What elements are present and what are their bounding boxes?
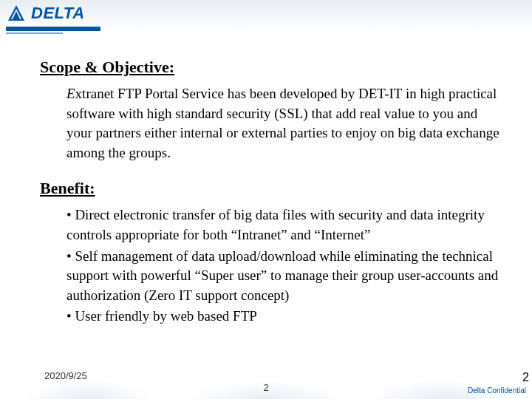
benefit-list: • Direct electronic transfer of big data… (66, 205, 502, 327)
slide: DELTA Scope & Objective: Extranet FTP Po… (0, 0, 532, 399)
footer-page-right: 2 (522, 371, 529, 384)
list-item: • User friendly by web based FTP (66, 307, 502, 327)
scope-rest: xtranet FTP Portal Service has been deve… (66, 86, 499, 160)
list-item: • Self management of data upload/downloa… (66, 247, 502, 306)
footer-date: 2020/9/25 (44, 370, 87, 381)
delta-triangle-icon (6, 3, 27, 24)
list-item: • Direct electronic transfer of big data… (66, 205, 502, 245)
scope-first-letter: E (66, 86, 75, 101)
scope-title: Scope & Objective: (40, 58, 502, 77)
brand-logo: DELTA (6, 3, 85, 24)
scope-paragraph: Extranet FTP Portal Service has been dev… (66, 84, 502, 163)
benefit-title: Benefit: (40, 179, 502, 198)
brand-name: DELTA (31, 4, 85, 23)
content-body: Scope & Objective: Extranet FTP Portal S… (40, 58, 502, 328)
footer-confidential: Delta Confidential (468, 386, 526, 395)
footer-page-center: 2 (263, 382, 268, 393)
brand-underline (6, 27, 100, 34)
